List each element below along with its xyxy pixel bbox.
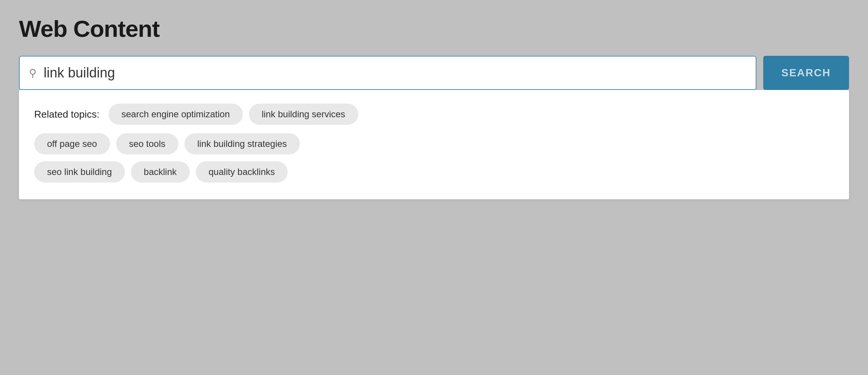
search-icon: ⚲ bbox=[29, 67, 37, 79]
chip-ops[interactable]: off page seo bbox=[34, 133, 110, 154]
related-topics-row1: Related topics: search engine optimizati… bbox=[34, 104, 834, 125]
chip-seo[interactable]: search engine optimization bbox=[109, 104, 243, 125]
chip-tools[interactable]: seo tools bbox=[116, 133, 178, 154]
page-title: Web Content bbox=[19, 15, 849, 42]
related-topics-row2: off page seo seo tools link building str… bbox=[34, 133, 834, 154]
related-topics-label: Related topics: bbox=[34, 109, 99, 120]
search-button[interactable]: SEARCH bbox=[763, 56, 849, 90]
search-box: ⚲ bbox=[19, 56, 756, 90]
chip-lbstrat[interactable]: link building strategies bbox=[184, 133, 300, 154]
chip-slb[interactable]: seo link building bbox=[34, 161, 125, 183]
dropdown-panel: Related topics: search engine optimizati… bbox=[19, 90, 849, 199]
related-topics-row3: seo link building backlink quality backl… bbox=[34, 161, 834, 183]
chip-lbs[interactable]: link building services bbox=[249, 104, 358, 125]
search-row: ⚲ SEARCH bbox=[19, 56, 849, 90]
chip-backlink[interactable]: backlink bbox=[131, 161, 190, 183]
search-input[interactable] bbox=[44, 65, 747, 81]
chip-qb[interactable]: quality backlinks bbox=[196, 161, 288, 183]
